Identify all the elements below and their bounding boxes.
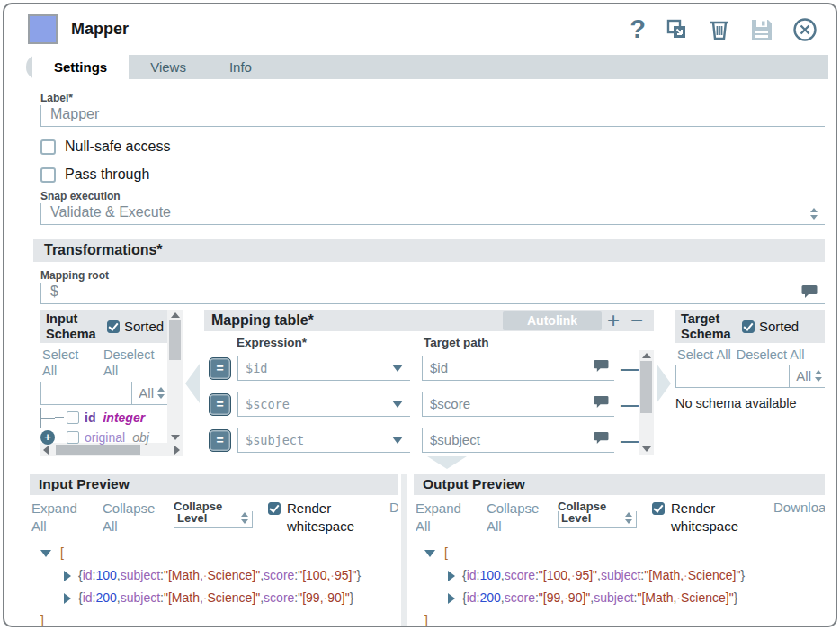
help-icon[interactable]: ? <box>630 16 646 42</box>
delete-row-button[interactable]: — <box>621 395 639 413</box>
collapse-level-input[interactable]: Level <box>558 511 637 528</box>
input-schema-select-all[interactable]: Select All <box>42 346 89 379</box>
label-input[interactable]: Mapper <box>40 105 825 127</box>
expression-input[interactable]: $score <box>237 392 410 417</box>
delete-snap-icon[interactable] <box>708 17 731 41</box>
comment-bubble-icon[interactable] <box>594 359 609 376</box>
expression-dropdown-icon[interactable] <box>392 400 403 408</box>
scroll-right-icon[interactable] <box>174 446 180 454</box>
target-path-value: $subject <box>430 432 594 447</box>
render-whitespace-checkbox[interactable] <box>268 502 281 515</box>
expression-input[interactable]: $subject <box>237 428 410 453</box>
close-icon[interactable] <box>792 17 818 42</box>
json-line: {id: 100, score: "[100, ·95]", subject: … <box>414 564 825 587</box>
mapping-table-vscrollbar[interactable] <box>639 350 654 454</box>
expression-toggle-button[interactable]: = <box>209 429 231 452</box>
schema-node-type: obj <box>132 430 149 445</box>
tab-views[interactable]: Views <box>129 55 208 79</box>
input-preview-title: Input Preview <box>30 474 398 495</box>
scrollbar-thumb[interactable] <box>56 445 140 454</box>
delete-row-button[interactable]: — <box>621 359 639 377</box>
download-link[interactable]: Download <box>389 500 398 515</box>
scroll-up-icon[interactable] <box>642 353 651 358</box>
json-token: 95]" <box>576 564 597 587</box>
autolink-button[interactable]: Autolink <box>503 311 602 330</box>
collapse-node-icon[interactable] <box>40 550 51 557</box>
collapse-level-input[interactable]: Level <box>174 511 253 528</box>
target-path-column-header: Target path <box>424 336 489 349</box>
save-icon[interactable] <box>750 18 773 41</box>
download-link[interactable]: Download <box>773 500 825 515</box>
target-path-input[interactable]: $id <box>422 356 614 381</box>
output-preview-panel: Output Preview Expand All Collapse All C… <box>410 471 825 627</box>
expression-toggle-button[interactable]: = <box>209 393 231 416</box>
expand-node-icon[interactable] <box>64 571 71 581</box>
expand-node-icon[interactable] <box>448 593 455 604</box>
expand-all-link[interactable]: Expand All <box>416 500 471 536</box>
input-schema-links: Select All Deselect All <box>42 346 167 379</box>
expand-node-icon[interactable] <box>448 571 455 581</box>
select-spinner-icon[interactable] <box>810 208 818 220</box>
expand-all-link[interactable]: Expand All <box>31 500 87 536</box>
json-token: score <box>505 564 535 587</box>
tab-settings[interactable]: Settings <box>32 55 129 79</box>
target-path-input[interactable]: $subject <box>422 428 614 453</box>
input-schema-type-select[interactable]: All <box>132 382 167 404</box>
tab-info[interactable]: Info <box>208 55 273 79</box>
scroll-left-icon[interactable] <box>43 446 49 454</box>
comment-bubble-icon[interactable] <box>594 395 609 412</box>
target-schema-filter-input[interactable] <box>675 364 790 387</box>
label-input-value: Mapper <box>50 106 99 122</box>
input-schema-vscrollbar[interactable] <box>167 310 183 443</box>
tree-connector <box>40 408 55 428</box>
pass-through-row: Pass through <box>40 166 825 183</box>
output-flow-chevron <box>654 310 674 456</box>
scroll-down-icon[interactable] <box>642 446 651 452</box>
null-safe-checkbox[interactable] <box>40 140 56 155</box>
json-token: id <box>467 587 477 609</box>
add-row-button[interactable]: + <box>602 310 625 331</box>
expression-column-header: Expression* <box>237 336 424 349</box>
input-flow-chevron <box>183 310 202 456</box>
delete-row-button[interactable]: — <box>621 431 639 449</box>
render-whitespace-control: Render whitespace <box>652 500 758 535</box>
scrollbar-thumb[interactable] <box>169 320 181 360</box>
target-schema-select-all[interactable]: Select All <box>677 346 731 363</box>
scrollbar-thumb[interactable] <box>640 361 652 413</box>
target-schema-deselect-all[interactable]: Deselect All <box>737 346 805 363</box>
scroll-down-icon[interactable] <box>171 435 180 440</box>
snap-execution-select[interactable]: Validate & Execute <box>40 203 825 225</box>
expression-toggle-button[interactable]: = <box>209 357 231 380</box>
collapse-all-link[interactable]: Collapse All <box>487 500 542 536</box>
input-schema-deselect-all[interactable]: Deselect All <box>103 346 159 379</box>
render-whitespace-checkbox[interactable] <box>652 502 665 515</box>
target-schema-sorted-checkbox[interactable] <box>742 320 755 333</box>
schema-node-checkbox[interactable] <box>67 411 79 424</box>
expression-dropdown-icon[interactable] <box>392 364 403 372</box>
expression-dropdown-icon[interactable] <box>392 436 403 444</box>
output-preview-controls: Expand All Collapse All Collapse Level R… <box>416 500 825 541</box>
comment-bubble-icon[interactable] <box>594 431 609 448</box>
scroll-up-icon[interactable] <box>171 312 180 318</box>
json-line: {id: 200, subject: "[Math, ·Science]", s… <box>30 587 398 609</box>
schema-node-name: id <box>85 410 95 425</box>
input-schema-sorted-checkbox[interactable] <box>107 320 120 333</box>
collapse-node-icon[interactable] <box>424 550 435 557</box>
pass-through-checkbox[interactable] <box>40 167 56 183</box>
comment-bubble-icon[interactable] <box>801 284 818 299</box>
copy-snap-icon[interactable] <box>665 17 689 41</box>
schema-node-checkbox[interactable] <box>67 431 79 444</box>
expression-input[interactable]: $id <box>237 356 410 381</box>
remove-row-button[interactable]: − <box>625 310 648 331</box>
json-token: 100 <box>95 564 116 587</box>
target-schema-type-select[interactable]: All <box>790 364 825 387</box>
collapse-all-link[interactable]: Collapse All <box>103 500 158 536</box>
json-token: Science]" <box>681 587 734 609</box>
input-schema-filter-input[interactable] <box>40 382 132 404</box>
mapping-root-input[interactable]: $ <box>40 283 825 304</box>
json-line: ] <box>30 609 398 627</box>
expand-node-icon[interactable] <box>64 593 71 604</box>
expand-node-icon[interactable]: + <box>40 430 55 445</box>
mapping-table-row: =$subject$subject— <box>204 422 639 456</box>
target-path-input[interactable]: $score <box>422 392 614 417</box>
